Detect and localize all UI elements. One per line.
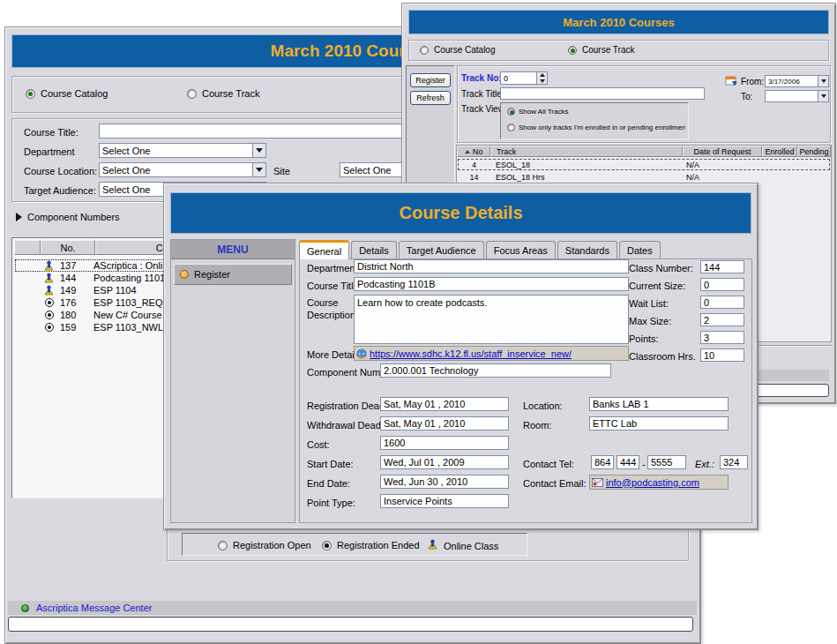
from-date-select[interactable]: 3/17/2006 — [765, 75, 829, 87]
tel-line-input[interactable]: 5555 — [647, 455, 686, 469]
track-title-label: Track Title: — [461, 89, 504, 99]
cost-input[interactable]: 1600 — [380, 436, 509, 450]
details-tabs: General Details Target Audience Focus Ar… — [299, 240, 662, 259]
tab-standards[interactable]: Standards — [557, 241, 617, 259]
track-no-spinner[interactable]: 0 — [500, 71, 548, 85]
to-date-select[interactable] — [765, 90, 829, 102]
contact-email-box: info@podcasting.com — [589, 475, 729, 490]
more-details-link[interactable]: https://www.sdhc.k12.fl.us/staff_inservi… — [370, 348, 572, 359]
online-class-icon — [427, 539, 438, 552]
course-track-radio-label: Course Track — [202, 88, 259, 99]
chevron-down-icon[interactable] — [818, 76, 828, 86]
current-size-input[interactable]: 0 — [700, 278, 744, 291]
course-row-title: ESP 1103_NWL_ — [93, 322, 168, 333]
course-description-label: Course Description: — [307, 296, 353, 321]
radio-selected-icon — [26, 89, 35, 99]
class-number-input[interactable]: 144 — [700, 260, 744, 273]
track-title-input[interactable] — [500, 87, 705, 100]
to-label: To: — [741, 92, 752, 101]
points-input[interactable]: 3 — [700, 331, 744, 344]
expander-arrow-icon — [16, 213, 22, 221]
online-class-icon — [42, 273, 56, 284]
tab-focus-areas[interactable]: Focus Areas — [486, 241, 556, 259]
wait-list-label: Wait List: — [629, 298, 669, 309]
globe-icon — [356, 348, 367, 359]
tab-general[interactable]: General — [299, 240, 349, 259]
key-online-class: Online Class — [427, 539, 498, 552]
course-row-title: Podcasting 1101B — [93, 273, 171, 283]
location-label: Location: — [523, 401, 563, 411]
withdrawal-deadline-input[interactable]: Sat, May 01 , 2010 — [380, 416, 509, 431]
department-label: Department: — [307, 263, 361, 273]
chevron-down-icon[interactable] — [818, 91, 828, 101]
track-window-title: March 2010 Courses — [563, 16, 674, 29]
radio-unselected-icon — [507, 124, 515, 131]
desktop: March 2010 Courses Course Catalog Course… — [0, 0, 837, 644]
track-row[interactable]: 4 ESOL_18 N/A — [458, 159, 830, 170]
key-registration-open: Registration Open — [218, 540, 311, 550]
room-input[interactable]: ETTC Lab — [589, 416, 729, 431]
course-catalog-radio[interactable]: Course Catalog — [26, 88, 108, 99]
start-date-label: Start Date: — [307, 459, 354, 469]
course-location-label: Course Location: — [24, 166, 97, 176]
menu-register-item[interactable]: Register — [174, 264, 292, 285]
table-header-date[interactable]: Date of Request — [683, 146, 762, 157]
department-select[interactable]: Select One — [99, 143, 266, 158]
max-size-label: Max Size: — [629, 316, 671, 326]
course-track-radio[interactable]: Course Track — [187, 88, 259, 99]
tab-target-audience[interactable]: Target Audience — [399, 241, 484, 259]
chevron-down-icon[interactable] — [252, 163, 265, 176]
start-date-input[interactable]: Wed, Jul 01 , 2009 — [380, 455, 509, 469]
course-row-title: ESP 1104 — [93, 285, 137, 296]
end-date-input[interactable]: Wed, Jun 30 , 2010 — [380, 475, 509, 489]
target-audience-label: Target Audience: — [24, 185, 96, 196]
more-details-linkbox: https://www.sdhc.k12.fl.us/staff_inservi… — [354, 346, 629, 361]
department-input[interactable]: District North — [354, 259, 629, 273]
course-catalog-radio[interactable]: Course Catalog — [420, 45, 495, 55]
tel-area-input[interactable]: 864 — [591, 455, 614, 469]
track-filter-group: Track No: 0 Track Title: Track View: Sho… — [457, 65, 831, 143]
refresh-button[interactable]: Refresh — [410, 91, 451, 105]
course-description-textarea[interactable]: Learn how to create podcasts. — [354, 295, 629, 344]
menu-title: MENU — [217, 243, 248, 256]
table-header-enrolled[interactable]: Enrolled — [762, 146, 797, 157]
registration-ended-icon — [42, 311, 56, 319]
tab-details[interactable]: Details — [351, 241, 397, 259]
classroom-hrs-input[interactable]: 10 — [700, 348, 744, 362]
tel-prefix-input[interactable]: 444 — [617, 455, 639, 469]
track-row[interactable]: 14 ESOL_18 Hrs N/A — [458, 171, 830, 183]
list-header-no[interactable]: No. — [41, 240, 95, 255]
location-input[interactable]: Banks LAB 1 — [589, 397, 729, 411]
register-button[interactable]: Register — [410, 73, 451, 87]
ext-input[interactable]: 324 — [720, 455, 748, 469]
course-location-select[interactable]: Select One — [99, 162, 266, 177]
point-type-input[interactable]: Inservice Points — [380, 494, 509, 508]
track-view-box: Show All Tracks Show only tracks I'm enr… — [500, 102, 689, 139]
table-header-pending[interactable]: Pending — [797, 146, 831, 157]
chevron-down-icon[interactable] — [252, 144, 265, 157]
show-all-tracks-radio[interactable]: Show All Tracks — [507, 108, 568, 116]
component-number-input[interactable]: 2.000.001 Technology — [380, 363, 611, 378]
table-header-track[interactable]: Track — [490, 146, 683, 157]
contact-email-link[interactable]: info@podcasting.com — [606, 477, 699, 488]
details-window-header: Course Details — [170, 192, 751, 234]
course-details-window: Course Details MENU Register General Det… — [163, 183, 759, 530]
component-numbers-expander[interactable]: Component Numbers — [16, 212, 120, 222]
spinner-arrows-icon[interactable] — [536, 72, 547, 84]
wait-list-input[interactable]: 0 — [700, 296, 744, 309]
track-window-header: March 2010 Courses — [408, 10, 829, 34]
list-header-icon-col[interactable] — [14, 240, 41, 255]
max-size-input[interactable]: 2 — [700, 313, 744, 326]
course-title-label: Course Title: — [24, 127, 78, 138]
course-title-input[interactable]: Podcasting 1101B — [354, 277, 629, 291]
show-enrolled-tracks-radio[interactable]: Show only tracks I'm enrolled in or pend… — [507, 124, 685, 131]
point-type-label: Point Type: — [307, 498, 355, 508]
registration-deadline-input[interactable]: Sat, May 01 , 2010 — [380, 397, 509, 411]
message-center-input[interactable] — [8, 617, 693, 632]
ext-label: Ext.: — [695, 459, 714, 469]
course-track-radio[interactable]: Course Track — [568, 45, 634, 55]
radio-unselected-icon — [218, 541, 228, 550]
course-row-title: New C# Course — [93, 310, 162, 320]
tab-dates[interactable]: Dates — [619, 241, 661, 259]
table-header-no[interactable]: No — [457, 146, 490, 157]
